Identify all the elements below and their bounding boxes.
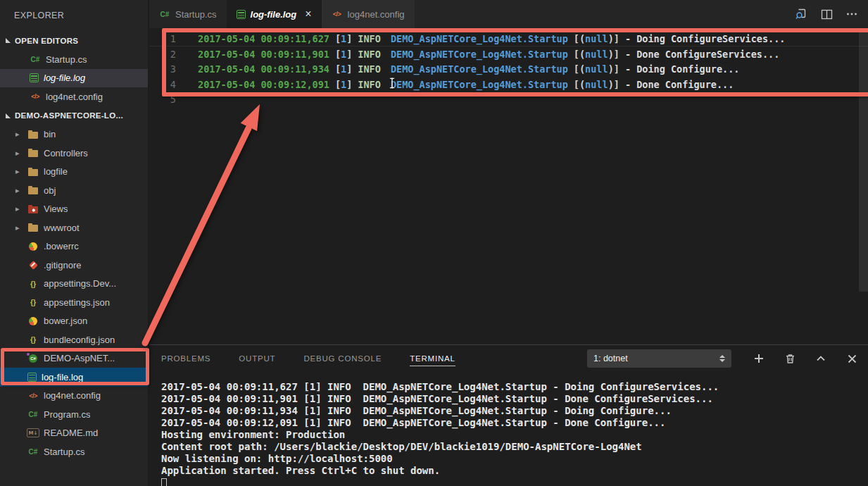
- csharp-icon: [27, 446, 39, 457]
- terminal-select[interactable]: 1: dotnet: [587, 349, 731, 368]
- terminal-line: Now listening on: http://localhost:5000: [161, 453, 868, 465]
- select-updown-icon: [719, 355, 725, 362]
- line-number: 2: [149, 49, 176, 60]
- tab-log-file-log[interactable]: log-file.log ×: [227, 0, 322, 28]
- tree-item-bower-json[interactable]: bower.json: [0, 312, 148, 331]
- chevron-right-icon: [15, 223, 27, 232]
- tree-item-program-cs[interactable]: Program.cs: [0, 405, 148, 424]
- terminal-select-value: 1: dotnet: [593, 354, 628, 363]
- csharp-icon: [159, 8, 170, 20]
- xml-icon: [332, 8, 343, 20]
- tree-item-bowerrc[interactable]: .bowerrc: [0, 237, 148, 256]
- xml-icon: [30, 91, 41, 102]
- split-editor-icon[interactable]: [817, 5, 836, 23]
- terminal-line: Hosting environment: Production: [161, 429, 868, 441]
- tree-item-appsettings-json[interactable]: appsettings.json: [0, 293, 148, 312]
- terminal-line: 2017-05-04 00:09:11,627 [1] INFO DEMO_As…: [161, 381, 868, 393]
- project-section-header[interactable]: DEMO-ASPNETCORE-LO...: [0, 106, 148, 125]
- terminal-output[interactable]: 2017-05-04 00:09:11,627 [1] INFO DEMO_As…: [149, 372, 868, 486]
- kill-terminal-trash-icon[interactable]: [782, 351, 798, 366]
- csproj-icon: [27, 353, 39, 364]
- terminal-cursor: [161, 478, 167, 486]
- open-editor-item-log-file-log[interactable]: log-file.log: [0, 69, 148, 88]
- terminal-cursor-line: [161, 477, 868, 486]
- log-line: 3 2017-05-04 00:09:11,934[1]INFODEMO_Asp…: [149, 62, 868, 77]
- panel-tab-output[interactable]: OUTPUT: [239, 351, 275, 366]
- tree-item-readme-md[interactable]: README.md: [0, 424, 148, 443]
- chevron-right-icon: [15, 204, 27, 213]
- tree-item-logfile[interactable]: logfile: [0, 163, 148, 182]
- project-header-label: DEMO-ASPNETCORE-LO...: [15, 111, 123, 120]
- log-line: 5: [149, 92, 868, 108]
- line-number: 5: [149, 94, 176, 105]
- explorer-sidebar: EXPLORER OPEN EDITORS Startup.cs log-fil…: [0, 0, 149, 486]
- maximize-panel-chevron-up-icon[interactable]: [813, 351, 829, 366]
- log-file-icon: [237, 10, 246, 19]
- explorer-title: EXPLORER: [0, 0, 148, 31]
- json-icon: [27, 278, 39, 289]
- vscode-window: EXPLORER OPEN EDITORS Startup.cs log-fil…: [0, 0, 868, 486]
- log-file-icon: [27, 373, 37, 382]
- folder-icon: [27, 185, 39, 196]
- tab-startup-cs[interactable]: Startup.cs: [149, 0, 227, 28]
- line-number: 1: [149, 33, 176, 44]
- bower-icon: [27, 316, 39, 327]
- editor-action-icons: [792, 0, 861, 28]
- open-editor-item-startup-cs[interactable]: Startup.cs: [0, 50, 148, 69]
- json-icon: [27, 334, 39, 345]
- section-expanded-twistie-icon: [6, 113, 11, 118]
- bottom-panel: PROBLEMS OUTPUT DEBUG CONSOLE TERMINAL 1…: [149, 344, 868, 486]
- chevron-right-icon: [15, 130, 27, 139]
- open-editor-item-log4net-config[interactable]: log4net.config: [0, 87, 148, 106]
- panel-tab-problems[interactable]: PROBLEMS: [161, 351, 210, 366]
- tree-item-startup-cs[interactable]: Startup.cs: [0, 442, 148, 461]
- tree-item-log-file-log[interactable]: log-file.log: [0, 368, 148, 387]
- editor-scrollbar[interactable]: [859, 32, 868, 292]
- panel-tab-terminal[interactable]: TERMINAL: [410, 351, 455, 366]
- tree-item-appsettings-dev[interactable]: appsettings.Dev...: [0, 275, 148, 294]
- terminal-line: 2017-05-04 00:09:12,091 [1] INFO DEMO_As…: [161, 417, 868, 429]
- tab-log4net-config[interactable]: log4net.config: [322, 0, 415, 28]
- tree-item-wwwroot[interactable]: wwwroot: [0, 218, 148, 237]
- chevron-right-icon: [15, 167, 27, 176]
- panel-tab-debug-console[interactable]: DEBUG CONSOLE: [303, 351, 382, 366]
- csharp-icon: [27, 409, 39, 420]
- csharp-icon: [30, 54, 41, 65]
- folder-icon: [27, 222, 39, 233]
- tree-item-obj[interactable]: obj: [0, 181, 148, 200]
- close-icon[interactable]: ×: [305, 8, 311, 20]
- terminal-controls: 1: dotnet: [587, 349, 860, 368]
- line-number: 3: [149, 63, 176, 75]
- terminal-line: 2017-05-04 00:09:11,901 [1] INFO DEMO_As…: [161, 393, 868, 405]
- tree-item-gitignore[interactable]: .gitignore: [0, 256, 148, 275]
- editor-pane[interactable]: 1 2017-05-04 00:09:11,627[1]INFODEMO_Asp…: [149, 28, 868, 344]
- log-line: 1 2017-05-04 00:09:11,627[1]INFODEMO_Asp…: [149, 32, 868, 47]
- tree-item-demo-csproj[interactable]: DEMO-AspNET...: [0, 349, 148, 368]
- tree-item-bundleconfig-json[interactable]: bundleconfig.json: [0, 330, 148, 349]
- tree-item-log4net-config[interactable]: log4net.config: [0, 387, 148, 406]
- xml-icon: [27, 390, 39, 401]
- chevron-right-icon: [15, 186, 27, 195]
- editor-tab-bar: Startup.cs log-file.log × log4net.config: [149, 0, 868, 28]
- close-panel-icon[interactable]: [844, 351, 860, 366]
- terminal-line: Application started. Press Ctrl+C to shu…: [161, 465, 868, 477]
- tree-item-bin[interactable]: bin: [0, 125, 148, 144]
- tree-item-controllers[interactable]: Controllers: [0, 144, 148, 163]
- git-icon: [27, 259, 39, 270]
- section-expanded-twistie-icon: [6, 38, 11, 43]
- terminal-line: 2017-05-04 00:09:11,934 [1] INFO DEMO_As…: [161, 405, 868, 417]
- open-editors-header-label: OPEN EDITORS: [15, 37, 78, 45]
- markdown-icon: [27, 428, 39, 439]
- more-actions-icon[interactable]: [843, 5, 861, 23]
- folder-icon: [27, 166, 39, 177]
- log-file-icon: [30, 73, 39, 82]
- folder-icon: [27, 129, 39, 140]
- folder-icon: [27, 147, 39, 158]
- open-preview-search-icon[interactable]: [792, 5, 810, 23]
- open-editors-section-header[interactable]: OPEN EDITORS: [0, 31, 148, 50]
- new-terminal-icon[interactable]: [751, 351, 767, 366]
- log-line: 4 2017-05-04 00:09:12,091[1]INFODEMO_Asp…: [149, 77, 868, 92]
- log-line: 2 2017-05-04 00:09:11,901[1]INFODEMO_Asp…: [149, 46, 868, 62]
- tree-item-views[interactable]: Views: [0, 200, 148, 219]
- line-number: 4: [149, 79, 176, 90]
